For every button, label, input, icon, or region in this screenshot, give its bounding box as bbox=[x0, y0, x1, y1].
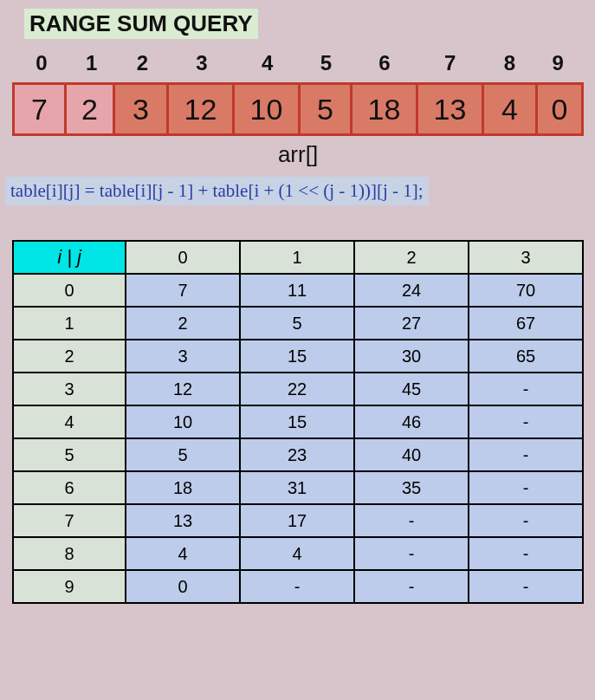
array-index: 1 bbox=[68, 51, 116, 75]
table-j-header: 0 bbox=[126, 241, 240, 274]
table-cell: - bbox=[469, 471, 583, 504]
table-cell: - bbox=[469, 438, 583, 471]
table-cell: 13 bbox=[126, 504, 240, 537]
table-cell: 4 bbox=[240, 537, 354, 570]
table-cell: 70 bbox=[469, 274, 583, 307]
table-cell: 67 bbox=[469, 307, 583, 340]
table-cell: 3 bbox=[126, 340, 240, 373]
table-cell: - bbox=[469, 504, 583, 537]
table-i-header: 6 bbox=[13, 471, 126, 504]
table-cell: 10 bbox=[126, 405, 240, 438]
array-indices: 0123456789 bbox=[12, 51, 583, 75]
table-cell: 2 bbox=[126, 307, 240, 340]
table-cell: - bbox=[354, 570, 469, 603]
table-i-header: 9 bbox=[13, 570, 126, 603]
table-row: 90--- bbox=[13, 570, 583, 603]
table-cell: 27 bbox=[354, 307, 469, 340]
array-index: 2 bbox=[115, 51, 169, 75]
sparse-table: i | j 0123 07112470125276723153065312224… bbox=[12, 240, 584, 604]
array-index: 4 bbox=[235, 51, 301, 75]
array-cell: 12 bbox=[169, 85, 235, 133]
array-index: 9 bbox=[536, 51, 579, 75]
table-cell: 4 bbox=[126, 537, 240, 570]
table-corner: i | j bbox=[13, 241, 126, 274]
array-index: 3 bbox=[169, 51, 235, 75]
table-row: 07112470 bbox=[13, 274, 583, 307]
table-cell: 45 bbox=[354, 373, 469, 405]
table-i-header: 4 bbox=[13, 405, 126, 438]
table-cell: - bbox=[469, 405, 583, 438]
table-cell: 18 bbox=[126, 471, 240, 504]
array-cell: 0 bbox=[538, 85, 581, 133]
table-i-header: 0 bbox=[13, 274, 126, 307]
table-cell: 17 bbox=[240, 504, 354, 537]
array-index: 0 bbox=[16, 51, 68, 75]
table-i-header: 2 bbox=[13, 340, 126, 373]
table-cell: 23 bbox=[240, 438, 354, 471]
table-row: 1252767 bbox=[13, 307, 583, 340]
table-row: 844-- bbox=[13, 537, 583, 570]
table-row: 552340- bbox=[13, 438, 583, 471]
array-cell: 2 bbox=[67, 85, 115, 133]
array-cell: 7 bbox=[15, 85, 67, 133]
table-cell: 5 bbox=[240, 307, 354, 340]
table-cell: 30 bbox=[354, 340, 469, 373]
table-cell: 0 bbox=[126, 570, 240, 603]
table-cell: 15 bbox=[240, 340, 354, 373]
array-cell: 5 bbox=[301, 85, 352, 133]
table-row: 71317-- bbox=[13, 504, 583, 537]
array-index: 5 bbox=[301, 51, 352, 75]
table-i-header: 3 bbox=[13, 373, 126, 405]
table-cell: 24 bbox=[354, 274, 469, 307]
array-index: 6 bbox=[352, 51, 417, 75]
recurrence-formula: table[i][j] = table[i][j - 1] + table[i … bbox=[5, 177, 429, 205]
table-cell: 12 bbox=[126, 373, 240, 405]
table-cell: - bbox=[354, 504, 469, 537]
table-cell: 31 bbox=[240, 471, 354, 504]
array-label: arr[] bbox=[12, 141, 584, 168]
array-row: 72312105181340 bbox=[12, 82, 584, 136]
table-row: 4101546- bbox=[13, 405, 583, 438]
table-cell: 5 bbox=[126, 438, 240, 471]
table-cell: 46 bbox=[354, 405, 469, 438]
array-cell: 18 bbox=[352, 85, 418, 133]
table-cell: - bbox=[469, 373, 583, 405]
array-index: 8 bbox=[483, 51, 537, 75]
table-i-header: 8 bbox=[13, 537, 126, 570]
table-row: 23153065 bbox=[13, 340, 583, 373]
array-cell: 4 bbox=[484, 85, 538, 133]
table-cell: - bbox=[469, 537, 583, 570]
table-cell: 35 bbox=[354, 471, 469, 504]
table-cell: - bbox=[354, 537, 469, 570]
page-title: RANGE SUM QUERY bbox=[24, 9, 258, 39]
table-i-header: 5 bbox=[13, 438, 126, 471]
table-cell: 15 bbox=[240, 405, 354, 438]
array-cell: 10 bbox=[235, 85, 301, 133]
table-row: 6183135- bbox=[13, 471, 583, 504]
table-i-header: 7 bbox=[13, 504, 126, 537]
table-cell: 65 bbox=[469, 340, 583, 373]
array-cell: 13 bbox=[418, 85, 484, 133]
table-cell: 40 bbox=[354, 438, 469, 471]
array-index: 7 bbox=[417, 51, 483, 75]
table-j-header: 1 bbox=[240, 241, 354, 274]
table-i-header: 1 bbox=[13, 307, 126, 340]
table-row: 3122245- bbox=[13, 373, 583, 405]
array-cell: 3 bbox=[115, 85, 169, 133]
table-cell: 7 bbox=[126, 274, 240, 307]
table-j-header: 2 bbox=[354, 241, 469, 274]
table-cell: 11 bbox=[240, 274, 354, 307]
table-cell: - bbox=[469, 570, 583, 603]
table-j-header: 3 bbox=[469, 241, 583, 274]
table-cell: - bbox=[240, 570, 354, 603]
table-cell: 22 bbox=[240, 373, 354, 405]
